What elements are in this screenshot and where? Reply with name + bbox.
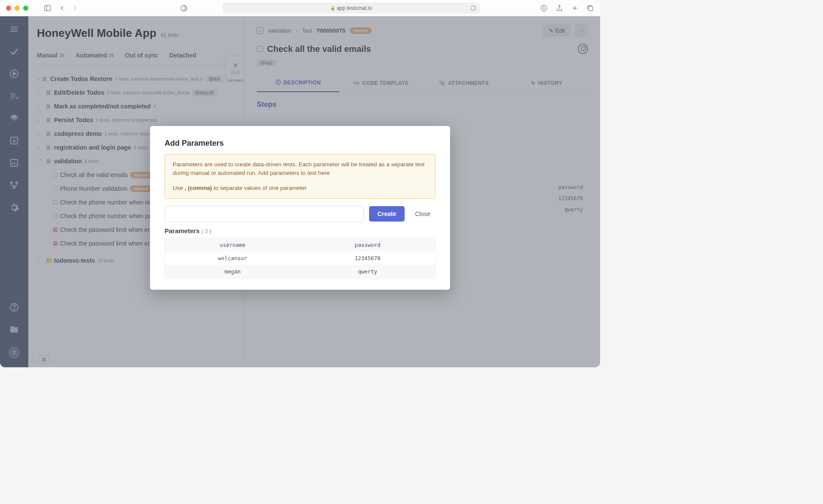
modal-overlay[interactable]: Add Parameters Parameters are used to cr…	[0, 16, 600, 367]
download-icon[interactable]	[540, 4, 548, 12]
sidebar-toggle-icon[interactable]	[44, 4, 51, 12]
close-button[interactable]: Close	[410, 206, 436, 222]
modal-title: Add Parameters	[165, 139, 436, 148]
parameter-input[interactable]	[165, 206, 364, 222]
lock-icon: 🔒	[330, 6, 335, 10]
table-row: megan qwerty	[165, 265, 435, 278]
share-icon[interactable]	[556, 4, 563, 12]
new-tab-icon[interactable]	[571, 4, 579, 12]
shield-icon[interactable]	[180, 4, 188, 12]
url-text: app.testomat.io	[337, 5, 372, 11]
refresh-icon[interactable]	[470, 5, 476, 11]
window-minimize-icon[interactable]	[15, 6, 20, 11]
window-close-icon[interactable]	[6, 6, 11, 11]
svg-rect-4	[589, 6, 593, 11]
nav-back-icon[interactable]	[58, 4, 66, 12]
parameters-heading: Parameters ( 3 )	[165, 227, 436, 234]
table-row: wolcansur 12345678	[165, 252, 435, 265]
url-bar[interactable]: 🔒 app.testomat.io	[222, 3, 480, 14]
table-row: username password	[165, 238, 435, 252]
create-button[interactable]: Create	[369, 206, 405, 222]
svg-rect-0	[45, 6, 51, 11]
traffic-lights	[6, 6, 28, 11]
tabs-icon[interactable]	[586, 4, 594, 12]
browser-chrome: 🔒 app.testomat.io	[0, 0, 600, 16]
parameters-table: username password wolcansur 12345678 meg…	[165, 238, 436, 279]
info-box: Parameters are used to create data-drive…	[165, 154, 436, 199]
window-maximize-icon[interactable]	[23, 6, 28, 11]
nav-forward-icon[interactable]	[71, 4, 79, 12]
add-parameters-modal: Add Parameters Parameters are used to cr…	[150, 126, 450, 290]
